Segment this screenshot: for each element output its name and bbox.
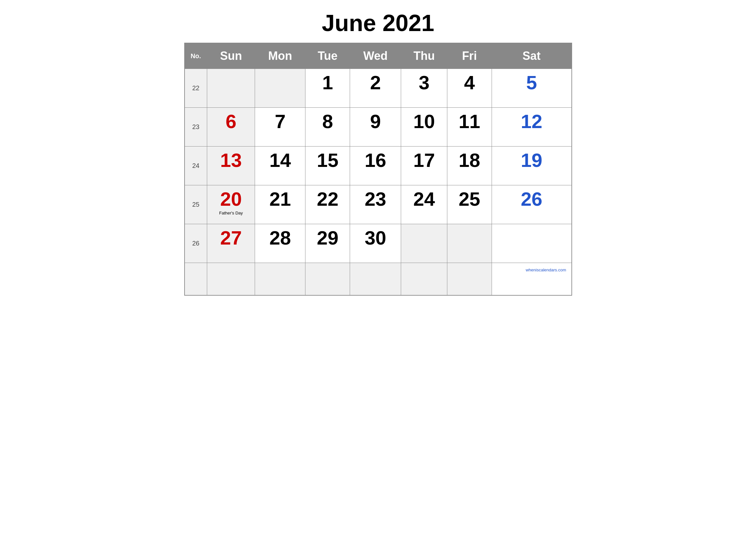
day-number: 2 [353, 72, 398, 94]
day-number: 29 [308, 227, 347, 249]
table-cell-empty [401, 263, 447, 295]
day-number: 27 [210, 227, 252, 249]
table-cell-empty: wheniscalendars.com [492, 263, 571, 295]
table-cell: 18 [447, 147, 492, 185]
table-cell-empty [350, 263, 401, 295]
table-cell: 15 [306, 147, 350, 185]
table-cell: 29 [306, 224, 350, 263]
table-cell: 6 [207, 108, 255, 147]
calendar-container: June 2021 No. Sun Mon Tue Wed Thu Fri Sa… [184, 10, 572, 296]
table-cell: 24 [401, 185, 447, 224]
table-cell [401, 224, 447, 263]
header-tue: Tue [306, 43, 350, 69]
day-number: 20 [210, 188, 252, 210]
day-number: 17 [404, 150, 445, 171]
day-number: 5 [495, 72, 569, 94]
day-number: 14 [257, 150, 303, 171]
table-cell: 5 [492, 69, 571, 108]
day-number: 7 [257, 111, 303, 132]
table-cell [492, 224, 571, 263]
day-number: 22 [308, 188, 347, 210]
header-thu: Thu [401, 43, 447, 69]
week-number-empty [185, 263, 207, 295]
table-cell: 3 [401, 69, 447, 108]
table-row: 2520Father's Day212223242526 [185, 185, 572, 224]
table-row-empty: wheniscalendars.com [185, 263, 572, 295]
calendar-title: June 2021 [184, 10, 572, 36]
week-number: 25 [185, 185, 207, 224]
header-mon: Mon [255, 43, 306, 69]
table-cell: 26 [492, 185, 571, 224]
table-cell: 27 [207, 224, 255, 263]
table-cell: 2 [350, 69, 401, 108]
day-number: 8 [308, 111, 347, 132]
table-cell [255, 69, 306, 108]
table-cell: 30 [350, 224, 401, 263]
table-cell: 10 [401, 108, 447, 147]
day-number: 21 [257, 188, 303, 210]
table-cell: 12 [492, 108, 571, 147]
week-number: 22 [185, 69, 207, 108]
week-number: 26 [185, 224, 207, 263]
day-number: 25 [450, 188, 489, 210]
table-cell: 21 [255, 185, 306, 224]
calendar-table: No. Sun Mon Tue Wed Thu Fri Sat 22123452… [184, 43, 572, 296]
day-number: 1 [308, 72, 347, 94]
day-number: 11 [450, 111, 489, 132]
table-cell: 4 [447, 69, 492, 108]
day-number: 12 [495, 111, 569, 132]
table-cell: 23 [350, 185, 401, 224]
watermark: wheniscalendars.com [495, 266, 569, 273]
table-cell: 8 [306, 108, 350, 147]
header-fri: Fri [447, 43, 492, 69]
table-cell: 14 [255, 147, 306, 185]
day-number: 9 [353, 111, 398, 132]
table-cell: 20Father's Day [207, 185, 255, 224]
calendar-body: 221234523678910111224131415161718192520F… [185, 69, 572, 295]
table-cell [447, 224, 492, 263]
table-cell: 1 [306, 69, 350, 108]
table-cell: 28 [255, 224, 306, 263]
table-cell-empty [255, 263, 306, 295]
day-number: 13 [210, 150, 252, 171]
table-cell: 22 [306, 185, 350, 224]
day-note: Father's Day [210, 211, 252, 215]
header-sat: Sat [492, 43, 571, 69]
day-number: 16 [353, 150, 398, 171]
day-number: 6 [210, 111, 252, 132]
table-row: 2627282930 [185, 224, 572, 263]
table-cell [207, 69, 255, 108]
table-cell: 17 [401, 147, 447, 185]
day-number: 4 [450, 72, 489, 94]
day-number: 18 [450, 150, 489, 171]
day-number: 30 [353, 227, 398, 249]
table-cell: 13 [207, 147, 255, 185]
table-cell-empty [306, 263, 350, 295]
day-number: 28 [257, 227, 303, 249]
day-number: 19 [495, 150, 569, 171]
day-number: 23 [353, 188, 398, 210]
day-number: 10 [404, 111, 445, 132]
table-cell: 25 [447, 185, 492, 224]
header-row: No. Sun Mon Tue Wed Thu Fri Sat [185, 43, 572, 69]
header-no: No. [185, 43, 207, 69]
header-sun: Sun [207, 43, 255, 69]
table-cell: 16 [350, 147, 401, 185]
day-number: 26 [495, 188, 569, 210]
table-row: 2212345 [185, 69, 572, 108]
table-cell: 19 [492, 147, 571, 185]
table-row: 2413141516171819 [185, 147, 572, 185]
table-cell-empty [207, 263, 255, 295]
week-number: 23 [185, 108, 207, 147]
day-number: 24 [404, 188, 445, 210]
table-cell: 7 [255, 108, 306, 147]
header-wed: Wed [350, 43, 401, 69]
day-number: 3 [404, 72, 445, 94]
table-cell: 11 [447, 108, 492, 147]
table-cell-empty [447, 263, 492, 295]
week-number: 24 [185, 147, 207, 185]
table-cell: 9 [350, 108, 401, 147]
table-row: 236789101112 [185, 108, 572, 147]
day-number: 15 [308, 150, 347, 171]
